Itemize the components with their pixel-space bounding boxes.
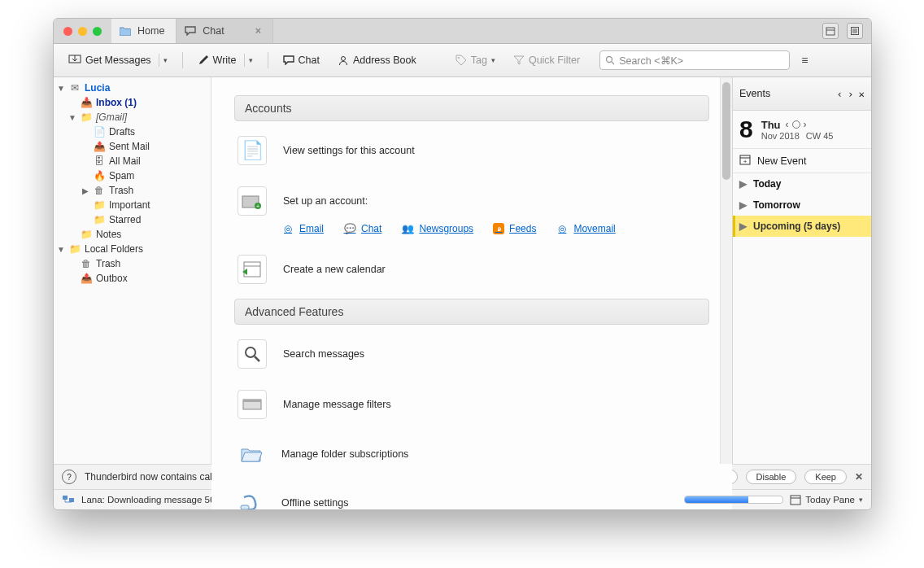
events-prev-button[interactable]: ‹	[836, 88, 843, 100]
today-pane-toggle[interactable]: Today Pane ▾	[790, 494, 863, 505]
setup-email-link[interactable]: ◎Email	[281, 222, 324, 235]
notes-row[interactable]: 📁Notes	[54, 227, 211, 242]
close-dot[interactable]	[63, 27, 72, 36]
setup-feeds-link[interactable]: ๑Feeds	[493, 223, 536, 234]
create-calendar-row[interactable]: Create a new calendar	[234, 248, 709, 299]
tab-label: Home	[137, 25, 164, 37]
sent-icon: 📤	[93, 140, 106, 153]
keep-button[interactable]: Keep	[804, 470, 847, 484]
trash-row[interactable]: ▶🗑︎Trash	[54, 183, 211, 198]
quick-filter-button[interactable]: Quick Filter	[507, 52, 586, 68]
search-messages-row[interactable]: Search messages	[234, 333, 709, 383]
app-window: Home Chat × Get Messages ▾	[53, 18, 872, 510]
spam-row[interactable]: 🔥Spam	[54, 168, 211, 183]
calendar-button[interactable]	[822, 23, 839, 39]
inbox-icon: 📥	[80, 96, 93, 109]
events-date: 8 Thu ‹› Nov 2018 CW 45	[733, 111, 871, 149]
month-label: Nov 2018	[761, 131, 800, 141]
folder-icon: 📁	[93, 199, 106, 212]
day-number: 8	[739, 116, 753, 143]
local-folders-row[interactable]: ▼📁Local Folders	[54, 242, 211, 256]
drafts-icon: 📄	[93, 125, 106, 138]
folder-label: Trash	[109, 185, 133, 196]
content-wrapper: Accounts 📄 View settings for this accoun…	[211, 77, 732, 464]
offline-settings-row[interactable]: Offline settings	[234, 483, 709, 510]
view-settings-row[interactable]: 📄 View settings for this account	[234, 129, 709, 180]
svg-rect-0	[826, 28, 835, 35]
row-label: View settings for this account	[283, 145, 415, 156]
button-label: Write	[213, 55, 237, 66]
write-button[interactable]: Write ▾	[191, 51, 259, 69]
setup-newsgroups-link[interactable]: 👥Newsgroups	[401, 222, 473, 235]
manage-subscriptions-row[interactable]: Manage folder subscriptions	[234, 434, 709, 483]
content-scrollbar[interactable]	[720, 77, 732, 464]
sent-row[interactable]: 📤Sent Mail	[54, 139, 211, 154]
manage-filters-row[interactable]: Manage message filters	[234, 383, 709, 434]
outbox-row[interactable]: 📤Outbox	[54, 271, 211, 286]
drafts-row[interactable]: 📄Drafts	[54, 125, 211, 139]
get-messages-button[interactable]: Get Messages ▾	[62, 51, 174, 69]
address-book-button[interactable]: Address Book	[331, 52, 423, 68]
section-label: Upcoming (5 days)	[753, 221, 840, 232]
starred-row[interactable]: 📁Starred	[54, 212, 211, 227]
tab-chat[interactable]: Chat ×	[177, 19, 273, 43]
new-event-button[interactable]: + New Event	[733, 149, 871, 173]
folder-label: Trash	[96, 258, 120, 269]
today-section[interactable]: ▶Today	[733, 173, 871, 194]
tab-close-icon[interactable]: ×	[255, 25, 261, 37]
chat-button[interactable]: Chat	[277, 52, 326, 68]
cw-label: CW 45	[806, 131, 834, 141]
notification-close-button[interactable]: ✕	[855, 471, 863, 483]
today-circle-icon	[792, 120, 800, 129]
chevron-right-icon: ▶	[739, 199, 747, 211]
events-next-button[interactable]: ›	[848, 88, 854, 100]
minimize-dot[interactable]	[78, 27, 87, 36]
upcoming-section[interactable]: ▶Upcoming (5 days)	[733, 216, 871, 237]
folder-label: Notes	[96, 229, 121, 240]
accounts-header: Accounts	[234, 95, 709, 121]
search-input[interactable]: Search <⌘K>	[599, 50, 790, 70]
chevron-down-icon: ▾	[163, 56, 168, 64]
section-label: Today	[753, 178, 781, 190]
svg-rect-21	[241, 505, 249, 509]
app-menu-button[interactable]: ≡	[801, 54, 808, 67]
zoom-dot[interactable]	[93, 27, 102, 36]
toolbar: Get Messages ▾ Write ▾ Chat Address Book…	[54, 44, 871, 77]
account-name: Lucia	[85, 82, 110, 94]
folder-open-icon	[238, 440, 265, 468]
today-pane-icon	[790, 494, 801, 505]
folder-label: Starred	[109, 214, 141, 225]
search-placeholder: Search <⌘K>	[619, 55, 683, 67]
row-label: Manage folder subscriptions	[281, 448, 408, 460]
events-title: Events	[739, 88, 831, 99]
tasks-button[interactable]	[847, 23, 863, 39]
tab-home[interactable]: Home	[111, 19, 177, 43]
inbox-row[interactable]: 📥Inbox (1)	[54, 95, 211, 110]
folder-label: Drafts	[109, 126, 135, 138]
gmail-row[interactable]: ▼📁[Gmail]	[54, 110, 211, 125]
svg-rect-27	[791, 496, 800, 505]
scrollbar-thumb[interactable]	[722, 82, 730, 180]
account-row[interactable]: ▼✉︎Lucia	[54, 81, 211, 95]
folder-label: Local Folders	[85, 243, 143, 255]
svg-rect-26	[69, 498, 74, 502]
tomorrow-section[interactable]: ▶Tomorrow	[733, 194, 871, 216]
svg-point-8	[341, 57, 345, 61]
local-trash-row[interactable]: 🗑︎Trash	[54, 256, 211, 271]
setup-movemail-link[interactable]: ◎Movemail	[556, 222, 615, 235]
allmail-row[interactable]: 🗄︎All Mail	[54, 154, 211, 168]
row-label: Set up an account:	[283, 195, 368, 207]
tag-button[interactable]: Tag ▾	[449, 52, 502, 68]
events-close-button[interactable]: ✕	[858, 88, 865, 100]
svg-text:+: +	[256, 203, 259, 209]
disable-button[interactable]: Disable	[746, 470, 797, 484]
offline-icon	[238, 489, 265, 510]
folder-label: Outbox	[96, 273, 128, 284]
folder-icon: 📁	[68, 242, 81, 256]
day-pager[interactable]: ‹›	[786, 119, 807, 130]
setup-chat-link[interactable]: 💬Chat	[343, 222, 381, 235]
folder-icon	[120, 25, 131, 37]
svg-rect-20	[243, 400, 261, 402]
add-account-icon: +	[238, 186, 267, 216]
important-row[interactable]: 📁Important	[54, 198, 211, 212]
